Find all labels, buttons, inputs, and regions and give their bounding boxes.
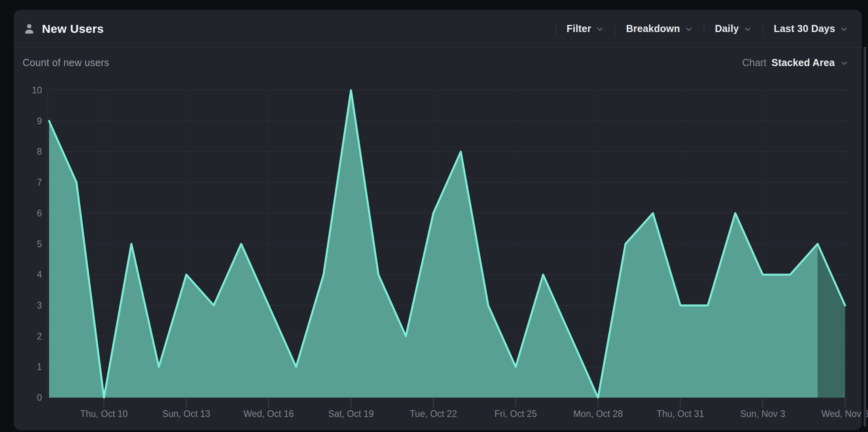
- x-axis-label: Tue, Oct 22: [410, 409, 457, 419]
- x-axis-label: Wed, Nov 6: [821, 409, 868, 419]
- x-axis-label: Thu, Oct 10: [80, 409, 128, 419]
- y-axis-label: 1: [37, 362, 42, 372]
- x-axis-label: Sun, Nov 3: [740, 409, 785, 419]
- x-axis-label: Sat, Oct 19: [328, 409, 374, 419]
- y-axis-label: 10: [32, 85, 42, 95]
- x-axis-label: Wed, Oct 16: [243, 409, 294, 419]
- y-axis-label: 7: [37, 177, 42, 188]
- y-axis-label: 9: [37, 116, 42, 126]
- y-axis-label: 4: [37, 269, 42, 280]
- y-axis-label: 6: [37, 208, 42, 218]
- x-axis-label: Sun, Oct 13: [162, 409, 210, 419]
- x-axis-label: Thu, Oct 31: [657, 409, 704, 419]
- scrollbar[interactable]: [864, 47, 866, 426]
- x-axis-label: Fri, Oct 25: [495, 409, 537, 419]
- y-axis-label: 8: [37, 146, 42, 157]
- y-axis-label: 3: [37, 300, 42, 311]
- x-axis-label: Mon, Oct 28: [573, 409, 623, 419]
- chart-plot-area[interactable]: [47, 90, 849, 398]
- y-axis-label: 5: [37, 239, 42, 249]
- y-axis-label: 2: [37, 331, 42, 341]
- y-axis-label: 0: [37, 392, 42, 403]
- stacked-area-chart[interactable]: Thu, Oct 10Sun, Oct 13Wed, Oct 16Sat, Oc…: [0, 0, 868, 432]
